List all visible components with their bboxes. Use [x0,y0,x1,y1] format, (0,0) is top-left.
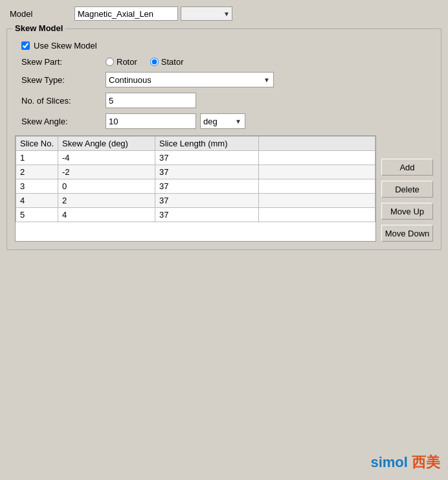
cell-slice-no: 3 [16,179,58,194]
cell-skew-angle: -2 [58,165,155,179]
cell-slice-length: 37 [155,194,259,208]
cell-extra [259,179,375,194]
rotor-radio[interactable] [106,58,114,66]
no-of-slices-row: No. of Slices: [15,93,433,108]
table-row[interactable]: 3 0 37 [16,179,375,194]
no-of-slices-label: No. of Slices: [21,96,106,106]
skew-type-select[interactable]: Continuous Stepped [106,72,274,87]
table-area: Slice No. Skew Angle (deg) Slice Length … [15,135,433,242]
skew-model-legend: Skew Model [12,23,65,33]
angle-unit-wrapper: deg rad ▼ [200,113,245,129]
cell-extra [259,151,375,165]
col-header-slice-length: Slice Length (mm) [155,137,259,151]
delete-button[interactable]: Delete [381,181,433,198]
skew-model-group: Skew Model Use Skew Model Skew Part: Rot… [6,29,442,250]
table-row[interactable]: 5 4 37 [16,208,375,222]
skew-angle-row: Skew Angle: deg rad ▼ [15,113,433,129]
model-row: Model ▼ [6,6,442,21]
col-header-skew-angle: Skew Angle (deg) [58,137,155,151]
cell-skew-angle: 0 [58,179,155,194]
slice-table: Slice No. Skew Angle (deg) Slice Length … [16,136,375,222]
model-label: Model [10,9,74,19]
cell-slice-length: 37 [155,151,259,165]
cell-skew-angle: 4 [58,208,155,222]
main-container: Model ▼ Skew Model Use Skew Model Skew P… [0,0,448,480]
skew-angle-input[interactable] [106,113,196,129]
skew-part-label: Skew Part: [21,57,106,67]
cell-extra [259,194,375,208]
use-skew-row: Use Skew Model [15,41,433,51]
skew-part-row: Skew Part: Rotor Stator [15,57,433,67]
skew-part-radio-group: Rotor Stator [106,57,183,67]
table-row[interactable]: 1 -4 37 [16,151,375,165]
cell-extra [259,165,375,179]
table-row[interactable]: 4 2 37 [16,194,375,208]
move-up-button[interactable]: Move Up [381,203,433,220]
angle-unit-select[interactable]: deg rad [200,113,245,129]
model-dropdown-wrapper: ▼ [178,6,232,21]
branding: simol 西美 [370,453,440,472]
skew-angle-controls: deg rad ▼ [106,113,245,129]
cell-slice-no: 1 [16,151,58,165]
skew-type-select-wrapper: Continuous Stepped ▼ [106,72,274,87]
branding-en: simol [370,454,412,470]
cell-slice-length: 37 [155,208,259,222]
skew-type-label: Skew Type: [21,75,106,85]
model-dropdown[interactable] [181,6,232,21]
col-header-slice-no: Slice No. [16,137,58,151]
button-group: Add Delete Move Up Move Down [381,135,433,242]
cell-slice-length: 37 [155,165,259,179]
stator-radio[interactable] [150,58,159,66]
cell-slice-length: 37 [155,179,259,194]
table-row[interactable]: 2 -2 37 [16,165,375,179]
skew-type-row: Skew Type: Continuous Stepped ▼ [15,72,433,87]
table-container: Slice No. Skew Angle (deg) Slice Length … [15,135,376,242]
cell-slice-no: 4 [16,194,58,208]
cell-skew-angle: 2 [58,194,155,208]
branding-cn: 西美 [412,454,440,470]
cell-slice-no: 2 [16,165,58,179]
move-down-button[interactable]: Move Down [381,225,433,242]
use-skew-label[interactable]: Use Skew Model [34,41,97,51]
rotor-label: Rotor [117,57,137,67]
no-of-slices-input[interactable] [106,93,196,108]
model-input[interactable] [74,6,178,21]
cell-skew-angle: -4 [58,151,155,165]
stator-label: Stator [161,57,184,67]
skew-angle-label: Skew Angle: [21,117,106,126]
add-button[interactable]: Add [381,159,433,176]
use-skew-checkbox[interactable] [21,41,30,50]
stator-radio-option[interactable]: Stator [150,57,184,67]
group-content: Use Skew Model Skew Part: Rotor Stator [15,36,433,242]
cell-extra [259,208,375,222]
rotor-radio-option[interactable]: Rotor [106,57,137,67]
cell-slice-no: 5 [16,208,58,222]
col-header-extra [259,137,375,151]
